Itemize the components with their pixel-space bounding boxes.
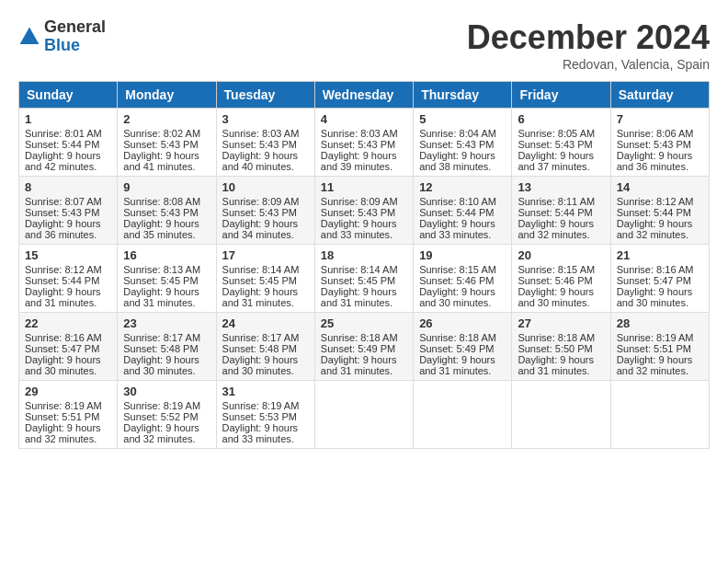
calendar-week-row: 29Sunrise: 8:19 AMSunset: 5:51 PMDayligh… xyxy=(19,381,710,449)
day-number: 30 xyxy=(123,385,210,398)
daylight-text: Daylight: 9 hours and 33 minutes. xyxy=(222,422,299,444)
sunset-text: Sunset: 5:46 PM xyxy=(518,275,592,286)
day-number: 15 xyxy=(25,248,111,262)
calendar-day-cell: 19Sunrise: 8:15 AMSunset: 5:46 PMDayligh… xyxy=(414,245,512,313)
day-number: 5 xyxy=(419,112,506,126)
calendar-week-row: 15Sunrise: 8:12 AMSunset: 5:44 PMDayligh… xyxy=(19,245,710,313)
sunrise-text: Sunrise: 8:18 AM xyxy=(321,332,398,343)
calendar-day-cell: 29Sunrise: 8:19 AMSunset: 5:51 PMDayligh… xyxy=(19,381,118,449)
calendar-day-cell: 9Sunrise: 8:08 AMSunset: 5:43 PMDaylight… xyxy=(118,177,216,245)
daylight-text: Daylight: 9 hours and 41 minutes. xyxy=(123,150,199,172)
daylight-text: Daylight: 9 hours and 38 minutes. xyxy=(419,150,495,172)
col-thursday: Thursday xyxy=(414,82,512,109)
daylight-text: Daylight: 9 hours and 30 minutes. xyxy=(25,354,101,376)
sunset-text: Sunset: 5:43 PM xyxy=(123,207,198,218)
sunrise-text: Sunrise: 8:10 AM xyxy=(419,196,496,207)
day-number: 12 xyxy=(419,180,506,194)
calendar-day-cell: 15Sunrise: 8:12 AMSunset: 5:44 PMDayligh… xyxy=(19,245,118,313)
calendar-table: Sunday Monday Tuesday Wednesday Thursday… xyxy=(18,81,710,449)
daylight-text: Daylight: 9 hours and 34 minutes. xyxy=(222,218,299,240)
sunset-text: Sunset: 5:43 PM xyxy=(617,139,691,150)
col-monday: Monday xyxy=(118,82,216,109)
daylight-text: Daylight: 9 hours and 30 minutes. xyxy=(222,354,299,376)
day-number: 21 xyxy=(617,248,703,262)
sunset-text: Sunset: 5:43 PM xyxy=(222,139,297,150)
daylight-text: Daylight: 9 hours and 31 minutes. xyxy=(25,286,101,308)
sunrise-text: Sunrise: 8:05 AM xyxy=(518,128,595,139)
sunrise-text: Sunrise: 8:01 AM xyxy=(25,128,102,139)
svg-marker-0 xyxy=(20,27,40,43)
calendar-day-cell: 18Sunrise: 8:14 AMSunset: 5:45 PMDayligh… xyxy=(314,245,413,313)
sunset-text: Sunset: 5:48 PM xyxy=(123,343,198,354)
daylight-text: Daylight: 9 hours and 36 minutes. xyxy=(25,218,101,240)
sunrise-text: Sunrise: 8:15 AM xyxy=(419,264,496,275)
sunset-text: Sunset: 5:43 PM xyxy=(321,207,395,218)
day-number: 8 xyxy=(25,180,111,194)
sunset-text: Sunset: 5:50 PM xyxy=(518,343,592,354)
calendar-day-cell: 13Sunrise: 8:11 AMSunset: 5:44 PMDayligh… xyxy=(512,177,610,245)
sunrise-text: Sunrise: 8:08 AM xyxy=(123,196,200,207)
calendar-day-cell: 4Sunrise: 8:03 AMSunset: 5:43 PMDaylight… xyxy=(314,109,413,177)
empty-cell xyxy=(314,381,413,449)
sunrise-text: Sunrise: 8:12 AM xyxy=(25,264,102,275)
day-number: 22 xyxy=(25,316,111,330)
sunset-text: Sunset: 5:44 PM xyxy=(419,207,494,218)
sunset-text: Sunset: 5:48 PM xyxy=(222,343,297,354)
col-saturday: Saturday xyxy=(610,82,709,109)
empty-cell xyxy=(610,381,709,449)
sunset-text: Sunset: 5:47 PM xyxy=(617,275,691,286)
sunrise-text: Sunrise: 8:14 AM xyxy=(222,264,300,275)
logo-text: General Blue xyxy=(44,18,106,55)
daylight-text: Daylight: 9 hours and 31 minutes. xyxy=(123,286,199,308)
sunset-text: Sunset: 5:45 PM xyxy=(123,275,198,286)
day-number: 2 xyxy=(123,112,210,126)
sunset-text: Sunset: 5:49 PM xyxy=(419,343,494,354)
sunset-text: Sunset: 5:43 PM xyxy=(25,207,99,218)
sunrise-text: Sunrise: 8:03 AM xyxy=(222,128,300,139)
daylight-text: Daylight: 9 hours and 30 minutes. xyxy=(617,286,693,308)
day-number: 25 xyxy=(321,316,407,330)
day-number: 27 xyxy=(518,316,604,330)
sunset-text: Sunset: 5:44 PM xyxy=(25,275,99,286)
calendar-header-row: Sunday Monday Tuesday Wednesday Thursday… xyxy=(19,82,710,109)
daylight-text: Daylight: 9 hours and 39 minutes. xyxy=(321,150,397,172)
day-number: 7 xyxy=(617,112,703,126)
daylight-text: Daylight: 9 hours and 31 minutes. xyxy=(419,354,495,376)
sunset-text: Sunset: 5:43 PM xyxy=(518,139,592,150)
calendar-day-cell: 1Sunrise: 8:01 AMSunset: 5:44 PMDaylight… xyxy=(19,109,118,177)
day-number: 31 xyxy=(222,385,309,398)
calendar-week-row: 22Sunrise: 8:16 AMSunset: 5:47 PMDayligh… xyxy=(19,313,710,381)
daylight-text: Daylight: 9 hours and 42 minutes. xyxy=(25,150,101,172)
col-friday: Friday xyxy=(512,82,610,109)
day-number: 19 xyxy=(419,248,506,262)
sunset-text: Sunset: 5:43 PM xyxy=(222,207,297,218)
location: Redovan, Valencia, Spain xyxy=(467,57,710,72)
daylight-text: Daylight: 9 hours and 32 minutes. xyxy=(518,218,594,240)
sunrise-text: Sunrise: 8:04 AM xyxy=(419,128,496,139)
calendar-day-cell: 30Sunrise: 8:19 AMSunset: 5:52 PMDayligh… xyxy=(118,381,216,449)
sunrise-text: Sunrise: 8:11 AM xyxy=(518,196,595,207)
day-number: 29 xyxy=(25,385,111,398)
sunrise-text: Sunrise: 8:14 AM xyxy=(321,264,398,275)
calendar-day-cell: 3Sunrise: 8:03 AMSunset: 5:43 PMDaylight… xyxy=(216,109,314,177)
calendar-week-row: 1Sunrise: 8:01 AMSunset: 5:44 PMDaylight… xyxy=(19,109,710,177)
daylight-text: Daylight: 9 hours and 32 minutes. xyxy=(617,354,693,376)
sunrise-text: Sunrise: 8:19 AM xyxy=(123,400,200,411)
calendar-day-cell: 28Sunrise: 8:19 AMSunset: 5:51 PMDayligh… xyxy=(610,313,709,381)
sunset-text: Sunset: 5:51 PM xyxy=(617,343,691,354)
calendar-day-cell: 20Sunrise: 8:15 AMSunset: 5:46 PMDayligh… xyxy=(512,245,610,313)
calendar-day-cell: 22Sunrise: 8:16 AMSunset: 5:47 PMDayligh… xyxy=(19,313,118,381)
sunset-text: Sunset: 5:46 PM xyxy=(419,275,494,286)
calendar-day-cell: 27Sunrise: 8:18 AMSunset: 5:50 PMDayligh… xyxy=(512,313,610,381)
calendar-day-cell: 24Sunrise: 8:17 AMSunset: 5:48 PMDayligh… xyxy=(216,313,314,381)
col-wednesday: Wednesday xyxy=(314,82,413,109)
sunset-text: Sunset: 5:45 PM xyxy=(222,275,297,286)
sunset-text: Sunset: 5:47 PM xyxy=(25,343,99,354)
day-number: 3 xyxy=(222,112,309,126)
sunset-text: Sunset: 5:53 PM xyxy=(222,411,297,422)
sunrise-text: Sunrise: 8:17 AM xyxy=(123,332,200,343)
calendar-day-cell: 12Sunrise: 8:10 AMSunset: 5:44 PMDayligh… xyxy=(414,177,512,245)
day-number: 9 xyxy=(123,180,210,194)
sunrise-text: Sunrise: 8:12 AM xyxy=(617,196,694,207)
sunrise-text: Sunrise: 8:18 AM xyxy=(518,332,595,343)
